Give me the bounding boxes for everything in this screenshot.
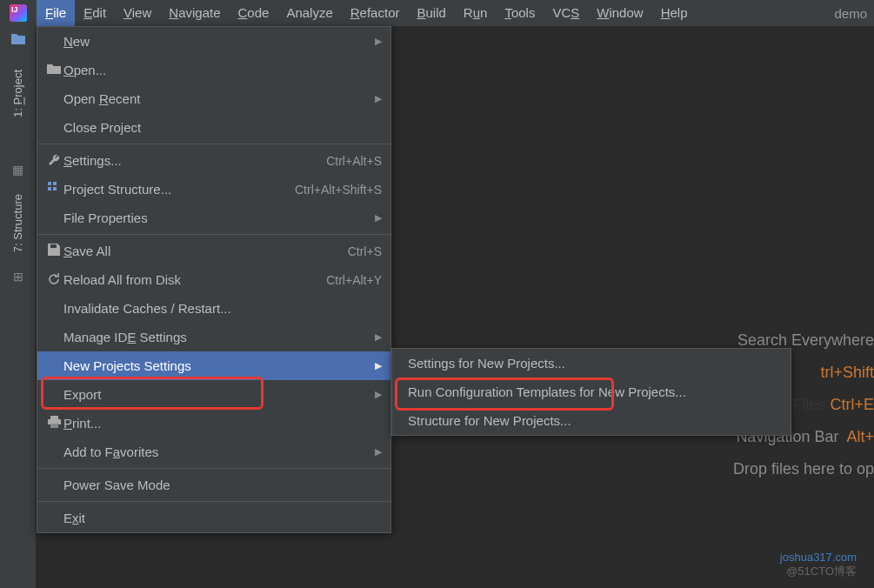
- shortcut-label: Ctrl+S: [348, 244, 382, 258]
- filemenu-close-project[interactable]: Close Project: [37, 113, 390, 142]
- filemenu-add-to-favorites[interactable]: Add to Favorites▶: [37, 438, 390, 466]
- menu-item-label: Close Project: [63, 120, 382, 135]
- menu-run[interactable]: Run: [455, 0, 497, 26]
- save-icon: [44, 244, 63, 258]
- filemenu-project-structure[interactable]: Project Structure...Ctrl+Alt+Shift+S: [37, 175, 390, 204]
- menu-item-label: Add to Favorites: [63, 444, 370, 459]
- svg-rect-4: [50, 416, 58, 419]
- menu-item-label: Exit: [63, 511, 382, 525]
- menu-tools[interactable]: Tools: [496, 0, 544, 26]
- filemenu-new-projects-settings[interactable]: New Projects Settings▶: [37, 351, 390, 380]
- wrench-icon: [44, 153, 63, 169]
- menu-navigate[interactable]: Navigate: [160, 0, 229, 26]
- file-menu-dropdown: New▶Open...Open Recent▶Close ProjectSett…: [37, 26, 391, 533]
- filemenu-settings[interactable]: Settings...Ctrl+Alt+S: [37, 146, 390, 175]
- menu-item-label: Settings...: [63, 153, 326, 168]
- watermark-blog: @51CTO博客: [786, 564, 857, 579]
- menu-code[interactable]: Code: [230, 0, 278, 26]
- menu-window[interactable]: Window: [588, 0, 651, 26]
- menu-separator: [37, 234, 390, 235]
- left-toolstrip: 1: Project ▦ 7: Structure ⊞: [0, 26, 37, 588]
- menubar: FileEditViewNavigateCodeAnalyzeRefactorB…: [0, 0, 874, 26]
- folder-icon: [44, 63, 63, 77]
- menu-refactor[interactable]: Refactor: [342, 0, 409, 26]
- svg-rect-6: [50, 424, 58, 428]
- project-name-label: demo: [834, 6, 874, 21]
- submenu-arrow-icon: ▶: [375, 446, 382, 458]
- svg-rect-2: [48, 187, 51, 190]
- menu-file[interactable]: File: [37, 0, 75, 26]
- menu-separator: [37, 501, 390, 502]
- reload-icon: [44, 272, 63, 288]
- submenu-run-configuration-templates-for-new-projects[interactable]: Run Configuration Templates for New Proj…: [392, 378, 791, 406]
- menu-item-label: New: [63, 34, 370, 49]
- filemenu-print[interactable]: Print...: [37, 409, 390, 438]
- filemenu-open-recent[interactable]: Open Recent▶: [37, 84, 390, 113]
- app-icon[interactable]: [0, 0, 37, 26]
- menu-item-label: Export: [63, 387, 370, 402]
- menu-item-label: Print...: [63, 416, 382, 431]
- submenu-arrow-icon: ▶: [375, 212, 382, 224]
- menu-item-label: Reload All from Disk: [63, 272, 326, 287]
- menu-item-label: Save All: [63, 244, 348, 258]
- tool-project-tab[interactable]: 1: Project: [11, 70, 24, 117]
- structure-icon: ▦: [0, 163, 36, 177]
- submenu-arrow-icon: ▶: [375, 36, 382, 47]
- submenu-arrow-icon: ▶: [375, 360, 382, 371]
- shortcut-label: Ctrl+Alt+Y: [326, 273, 382, 287]
- menu-separator: [37, 468, 390, 469]
- filemenu-invalidate-caches-restart[interactable]: Invalidate Caches / Restart...: [37, 294, 390, 323]
- submenu-settings-for-new-projects[interactable]: Settings for New Projects...: [392, 349, 791, 378]
- filemenu-exit[interactable]: Exit: [37, 504, 390, 532]
- menu-item-label: File Properties: [63, 210, 370, 225]
- shortcut-label: Ctrl+Alt+S: [326, 154, 382, 168]
- submenu-structure-for-new-projects[interactable]: Structure for New Projects...: [392, 406, 791, 435]
- menu-item-label: Power Save Mode: [63, 478, 382, 492]
- filemenu-export[interactable]: Export▶: [37, 380, 390, 409]
- menu-vcs[interactable]: VCS: [544, 0, 588, 26]
- filemenu-manage-ide-settings[interactable]: Manage IDE Settings▶: [37, 323, 390, 351]
- menu-item-label: Open Recent: [63, 91, 370, 106]
- menu-edit[interactable]: Edit: [75, 0, 115, 26]
- structure-icon: [44, 182, 63, 197]
- hint-drop-files: Drop files here to op: [733, 460, 874, 478]
- svg-rect-1: [53, 182, 57, 185]
- structure-small-icon: ⊞: [0, 270, 36, 284]
- menu-build[interactable]: Build: [408, 0, 454, 26]
- svg-rect-3: [53, 187, 57, 190]
- hint-search-everywhere: Search Everywhere: [733, 331, 874, 350]
- filemenu-open[interactable]: Open...: [37, 56, 390, 84]
- submenu-arrow-icon: ▶: [375, 389, 382, 400]
- menu-item-label: New Projects Settings: [63, 358, 370, 373]
- filemenu-file-properties[interactable]: File Properties▶: [37, 204, 390, 232]
- tool-structure-tab[interactable]: 7: Structure: [11, 194, 24, 252]
- project-folder-icon[interactable]: [0, 26, 36, 52]
- menu-item-label: Invalidate Caches / Restart...: [63, 301, 382, 316]
- watermark-url: joshua317.com: [780, 551, 857, 564]
- filemenu-new[interactable]: New▶: [37, 27, 390, 56]
- menu-help[interactable]: Help: [652, 0, 697, 26]
- submenu-arrow-icon: ▶: [375, 331, 382, 343]
- filemenu-reload-all-from-disk[interactable]: Reload All from DiskCtrl+Alt+Y: [37, 265, 390, 294]
- print-icon: [44, 416, 63, 431]
- filemenu-power-save-mode[interactable]: Power Save Mode: [37, 471, 390, 499]
- filemenu-save-all[interactable]: Save AllCtrl+S: [37, 237, 390, 265]
- menu-analyze[interactable]: Analyze: [277, 0, 341, 26]
- menu-item-label: Manage IDE Settings: [63, 330, 370, 344]
- new-projects-settings-submenu: Settings for New Projects...Run Configur…: [391, 348, 791, 436]
- svg-rect-0: [48, 182, 51, 185]
- submenu-arrow-icon: ▶: [375, 93, 382, 104]
- menu-view[interactable]: View: [115, 0, 160, 26]
- menu-item-label: Project Structure...: [63, 182, 295, 197]
- menu-item-label: Open...: [63, 63, 382, 77]
- shortcut-label: Ctrl+Alt+Shift+S: [295, 183, 382, 197]
- menu-separator: [37, 144, 390, 144]
